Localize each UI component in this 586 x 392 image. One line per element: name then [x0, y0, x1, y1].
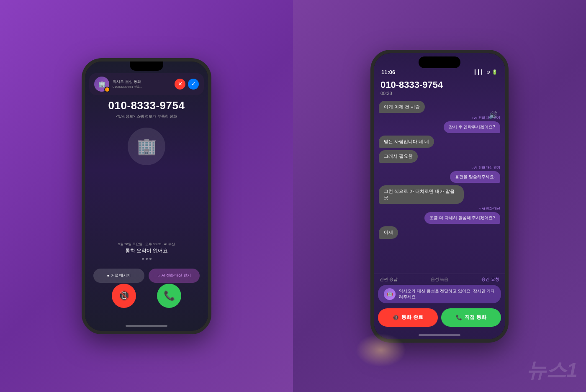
- reject-message-label: 거절 메시지: [111, 273, 131, 278]
- end-call-icon: 📵: [393, 315, 399, 320]
- caller-number-right: 010-8333-9754: [380, 79, 499, 90]
- building-icon: 🏢: [137, 137, 157, 156]
- banner-actions: ✕ ✓: [175, 79, 199, 90]
- phone-left: 🏢 ! 익시오 음성 통화 01083339754 <발... ✕ ✓ 010-…: [82, 58, 211, 334]
- banner-accept-button[interactable]: ✓: [188, 79, 199, 90]
- phone-left-screen: 🏢 ! 익시오 음성 통화 01083339754 <발... ✕ ✓ 010-…: [85, 61, 208, 331]
- message-2: 잠시 후 연락주시겠어요?: [444, 121, 500, 133]
- accept-call-button[interactable]: 📞: [157, 284, 181, 308]
- message-8: 어제: [379, 226, 398, 238]
- banner-decline-button[interactable]: ✕: [175, 79, 185, 90]
- dynamic-island: [419, 56, 460, 68]
- ai-answer-label: AI 전화 대신 받기: [162, 273, 191, 278]
- battery-icon: 🔋: [492, 69, 498, 75]
- caller-icon-wrap: 🏢: [128, 128, 165, 165]
- accept-icon: 📞: [164, 290, 175, 301]
- call-date: 9월 26일 목요일 · 오후 08:39 · AI 수신: [118, 242, 175, 246]
- call-controls: 📵 📞: [85, 284, 208, 308]
- ai-label-2: ○ AI 전화 대신 받기: [471, 165, 500, 170]
- ai-status-avatar: 🤖: [384, 288, 396, 300]
- news1-watermark: 뉴스1: [526, 357, 578, 384]
- right-bottom-area: 간편 응답 음성 녹음 용건 요청 🤖 익시오가 대신 음성을 전달하고 있어요…: [374, 274, 505, 339]
- hand-overlay: [356, 333, 406, 367]
- direct-call-label: 직접 통화: [465, 314, 486, 321]
- reject-message-button[interactable]: ● 거절 메시지: [93, 269, 144, 283]
- banner-subtitle: 01083339754 <발...: [113, 85, 171, 89]
- message-4: 그래서 필요한: [379, 150, 418, 162]
- message-1: 이게 이제 건 사람: [379, 101, 425, 113]
- action-buttons-row: ● 거절 메시지 ○ AI 전화 대신 받기: [85, 269, 208, 283]
- quick-reply-label: 간편 응답: [380, 277, 398, 282]
- status-icons: ▎▎▎ ⊘ 🔋: [475, 69, 498, 75]
- message-5: 용건을 말씀해주세요.: [450, 171, 500, 183]
- chat-area: 이게 이제 건 사람 ○ AI 전화 대신 받기 잠시 후 연락주시겠어요? 받…: [374, 99, 505, 274]
- home-bar-right: [419, 334, 460, 336]
- phone-right: 11:06 ▎▎▎ ⊘ 🔋 010-8333-9754 00:28 🔊 이게 이…: [370, 50, 509, 343]
- phone-right-screen: 11:06 ▎▎▎ ⊘ 🔋 010-8333-9754 00:28 🔊 이게 이…: [374, 53, 505, 339]
- banner-title: 익시오 음성 통화: [113, 79, 171, 85]
- home-indicator-left: [126, 325, 167, 327]
- wifi-icon: ⊘: [486, 69, 490, 75]
- status-time: 11:06: [381, 69, 395, 75]
- incoming-call-banner: 🏢 ! 익시오 음성 통화 01083339754 <발... ✕ ✓: [89, 73, 204, 95]
- message-7: 조금 더 자세히 말씀해 주시겠어요?: [424, 212, 500, 224]
- quick-reply-bar: 간편 응답 음성 녹음 용건 요청: [374, 274, 505, 285]
- call-summary: 통화 요약이 없어요: [125, 247, 168, 254]
- voice-recording-label: 음성 녹음: [431, 277, 449, 282]
- ai-circle-icon: ○: [157, 274, 159, 278]
- caller-spam-label: <발신정보> 스팸 정보가 부족한 전화: [116, 114, 177, 119]
- dot-1: [142, 258, 144, 260]
- speaker-icon[interactable]: 🔊: [488, 110, 498, 120]
- end-call-button[interactable]: 📵 통화 종료: [378, 308, 438, 327]
- left-phone-section: 🏢 ! 익시오 음성 통화 01083339754 <발... ✕ ✓ 010-…: [0, 0, 293, 392]
- avatar-icon: 🏢: [98, 81, 105, 87]
- dot-3: [149, 258, 152, 260]
- ai-status-message: 🤖 익시오가 대신 음성을 전달하고 있어요, 잠시만 기다려주세요.: [378, 285, 501, 303]
- status-bar-right: 11:06 ▎▎▎ ⊘ 🔋: [374, 68, 505, 77]
- bubble-icon: ●: [107, 274, 109, 278]
- message-6: 그런 식으로 아 터치로만 내가 말을 못: [379, 185, 464, 204]
- call-history-section: 9월 26일 목요일 · 오후 08:39 · AI 수신 통화 요약이 없어요: [85, 242, 208, 260]
- notch-left: [130, 61, 163, 71]
- avatar-badge: !: [104, 87, 110, 92]
- request-label: 용건 요청: [481, 277, 499, 282]
- ai-answer-button[interactable]: ○ AI 전화 대신 받기: [149, 269, 200, 283]
- right-phone-section: 11:06 ▎▎▎ ⊘ 🔋 010-8333-9754 00:28 🔊 이게 이…: [293, 0, 586, 392]
- decline-icon: 📵: [118, 290, 130, 301]
- end-call-label: 통화 종료: [401, 314, 423, 321]
- direct-call-button[interactable]: 📞 직접 통화: [441, 308, 501, 327]
- ai-label-3: ○ AI 전화 대신: [479, 206, 500, 211]
- right-call-controls: 📵 통화 종료 📞 직접 통화: [374, 306, 505, 331]
- signal-icon: ▎▎▎: [475, 69, 485, 75]
- decline-call-button[interactable]: 📵: [112, 284, 136, 308]
- call-duration: 00:28: [380, 91, 499, 96]
- right-call-header: 010-8333-9754 00:28 🔊: [374, 77, 505, 99]
- message-3: 받은 사람입니다 네 네: [379, 136, 434, 148]
- page-dots: [142, 258, 152, 260]
- left-call-main: 010-8333-9754 <발신정보> 스팸 정보가 부족한 전화 🏢: [85, 95, 208, 165]
- banner-text-block: 익시오 음성 통화 01083339754 <발...: [113, 79, 171, 89]
- caller-avatar: 🏢 !: [94, 77, 109, 92]
- direct-call-icon: 📞: [456, 315, 462, 320]
- caller-number-left: 010-8333-9754: [108, 99, 185, 112]
- ai-status-text: 익시오가 대신 음성을 전달하고 있어요, 잠시만 기다려주세요.: [399, 288, 495, 300]
- dot-2: [146, 258, 148, 260]
